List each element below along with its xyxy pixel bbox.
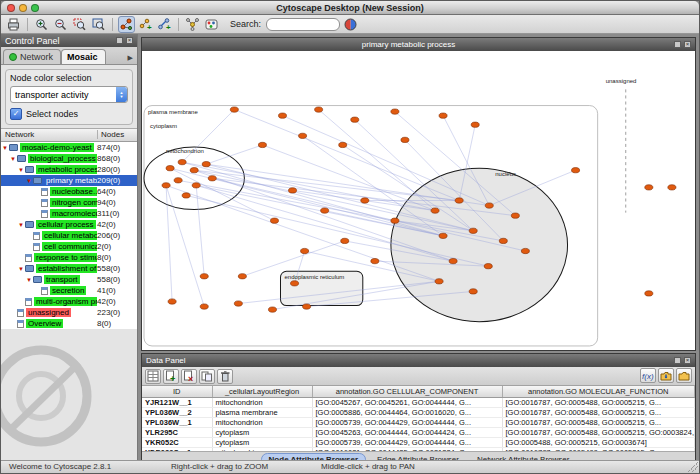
graph-node[interactable] xyxy=(258,142,266,147)
tree-row-macromolecule[interactable]: macromolecule...311(0) xyxy=(1,208,137,219)
tree-row-nitrogen-compo[interactable]: nitrogen compo...94(0) xyxy=(1,197,137,208)
network-close-button[interactable]: × xyxy=(684,41,691,48)
expander-icon[interactable]: ▼ xyxy=(1,145,9,151)
tree-row-secretion[interactable]: secretion41(0) xyxy=(1,285,137,296)
tree-row-metabolic-process[interactable]: ▼metabolic process280(0) xyxy=(1,164,137,175)
graph-node[interactable] xyxy=(521,248,529,253)
graph-node[interactable] xyxy=(645,291,653,296)
zoom-selected-region-button[interactable] xyxy=(71,16,88,33)
graph-node[interactable] xyxy=(499,238,507,243)
zoom-fit-content-button[interactable] xyxy=(90,16,107,33)
column-network[interactable]: Network xyxy=(5,130,34,139)
tree-row-overview[interactable]: Overview8(0) xyxy=(1,318,137,329)
table-row[interactable]: YPL036W__1mitochondrion[GO:0005739, GO:0… xyxy=(142,418,695,428)
column-header[interactable]: _cellularLayoutRegion xyxy=(212,386,312,398)
delete-attribute-button[interactable]: × xyxy=(181,369,197,384)
zoom-out-button[interactable] xyxy=(52,16,69,33)
graph-node[interactable] xyxy=(192,183,200,188)
graph-node[interactable] xyxy=(230,107,238,112)
expander-icon[interactable]: ▼ xyxy=(9,156,17,162)
network-canvas[interactable]: plasma membranecytoplasmmitochondrionnuc… xyxy=(142,51,695,350)
table-row[interactable]: YLR295Ccytoplasm[GO:0045263, GO:0044444,… xyxy=(142,428,695,438)
import-attributes-button[interactable] xyxy=(658,368,674,383)
first-neighbors-button[interactable] xyxy=(184,16,201,33)
table-row[interactable]: YKR052Ccytoplasm[GO:0005739, GO:0044429,… xyxy=(142,438,695,448)
show-graphics-details-button[interactable] xyxy=(118,16,135,33)
network-float-button[interactable] xyxy=(674,41,681,48)
tab-mosaic[interactable]: Mosaic xyxy=(61,49,106,64)
graph-node[interactable] xyxy=(391,109,399,114)
print-button[interactable] xyxy=(5,16,22,33)
graph-node[interactable] xyxy=(301,248,309,253)
tree-row-primary-metab[interactable]: ▼primary metab...209(0) xyxy=(1,175,137,186)
graph-node[interactable] xyxy=(401,137,409,142)
expander-icon[interactable]: ▼ xyxy=(17,266,25,272)
column-header[interactable]: ID xyxy=(142,386,212,398)
new-network-from-selected-edges-button[interactable]: + xyxy=(156,16,173,33)
graph-node[interactable] xyxy=(190,168,198,173)
graph-node[interactable] xyxy=(511,213,519,218)
create-attribute-button[interactable]: + xyxy=(163,369,179,384)
graph-node[interactable] xyxy=(321,208,329,213)
graph-node[interactable] xyxy=(278,113,286,118)
graph-node[interactable] xyxy=(484,264,492,269)
float-panel-button[interactable] xyxy=(116,37,123,44)
select-nodes-checkbox-row[interactable]: ✓ Select nodes xyxy=(10,108,128,120)
tree-row-unassigned[interactable]: unassigned223(0) xyxy=(1,307,137,318)
graph-node[interactable] xyxy=(202,162,210,167)
resize-grip[interactable] xyxy=(688,462,698,472)
delete-table-button[interactable] xyxy=(217,369,233,384)
tab-network[interactable]: Network xyxy=(3,49,61,64)
data-panel-close-button[interactable]: × xyxy=(684,357,691,364)
graph-node[interactable] xyxy=(166,166,174,171)
graph-node[interactable] xyxy=(439,233,447,238)
tree-row-nucleobase[interactable]: nucleobase...64(0) xyxy=(1,186,137,197)
expander-icon[interactable]: ▼ xyxy=(17,222,25,228)
graph-node[interactable] xyxy=(174,178,182,183)
graph-node[interactable] xyxy=(200,304,208,309)
close-panel-button[interactable]: × xyxy=(126,37,133,44)
graph-node[interactable] xyxy=(668,185,676,190)
graph-node[interactable] xyxy=(291,281,299,286)
column-header[interactable]: annotation.GO CELLULAR_COMPONENT xyxy=(312,386,502,398)
graph-node[interactable] xyxy=(234,301,242,306)
search-input[interactable] xyxy=(266,18,340,31)
tree-row-cell-communicat[interactable]: cell communicat...2(0) xyxy=(1,241,137,252)
copy-attribute-button[interactable] xyxy=(199,369,215,384)
graph-node[interactable] xyxy=(371,258,379,263)
select-attributes-button[interactable] xyxy=(145,369,161,384)
graph-node[interactable] xyxy=(435,279,443,284)
graph-node[interactable] xyxy=(645,185,653,190)
graph-node[interactable] xyxy=(200,274,208,279)
graph-node[interactable] xyxy=(303,304,311,309)
tree-row-cellular-metabo[interactable]: cellular metabo...206(0) xyxy=(1,230,137,241)
data-panel-float-button[interactable] xyxy=(674,357,681,364)
tree-row-response-to-stimul[interactable]: response to stimul...8(0) xyxy=(1,252,137,263)
graph-node[interactable] xyxy=(270,218,278,223)
graph-node[interactable] xyxy=(469,228,477,233)
graph-node[interactable] xyxy=(238,274,246,279)
equation-builder-button[interactable]: f(x) xyxy=(640,368,656,383)
graph-node[interactable] xyxy=(341,238,349,243)
region-nucleus[interactable] xyxy=(391,168,568,322)
new-network-from-selected-nodes-button[interactable]: + xyxy=(137,16,154,33)
graph-node[interactable] xyxy=(339,142,347,147)
node-color-dropdown[interactable]: transporter activity ▲▼ xyxy=(10,86,128,103)
graph-node[interactable] xyxy=(572,168,580,173)
tab-overflow-button[interactable]: ▶ xyxy=(126,54,137,64)
table-row[interactable]: YPL036W__2plasma membrane[GO:0005886, GO… xyxy=(142,408,695,418)
window-titlebar[interactable]: Cytoscape Desktop (New Session) xyxy=(1,1,699,15)
graph-node[interactable] xyxy=(299,133,307,138)
graph-node[interactable] xyxy=(208,176,216,181)
data-panel-titlebar[interactable]: Data Panel × xyxy=(142,354,695,367)
checkbox-checked-icon[interactable]: ✓ xyxy=(10,108,22,120)
graph-node[interactable] xyxy=(471,122,479,127)
graph-node[interactable] xyxy=(439,113,447,118)
graph-node[interactable] xyxy=(351,117,359,122)
network-view-titlebar[interactable]: primary metabolic process × xyxy=(142,38,695,51)
tree-row-transport[interactable]: ▼transport558(0) xyxy=(1,274,137,285)
graph-node[interactable] xyxy=(455,198,463,203)
graph-node[interactable] xyxy=(391,218,399,223)
expander-icon[interactable]: ▼ xyxy=(25,178,33,184)
expander-icon[interactable]: ▼ xyxy=(25,277,33,283)
